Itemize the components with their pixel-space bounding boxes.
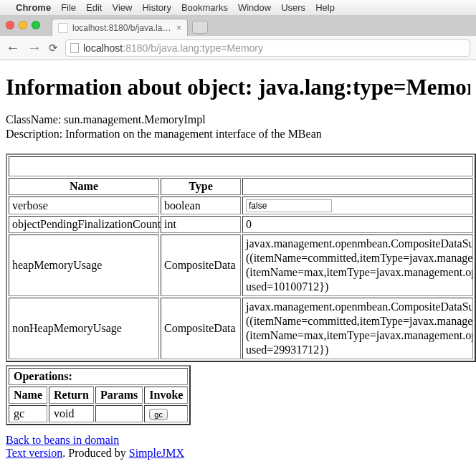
attr-value bbox=[242, 196, 473, 214]
text-version-link[interactable]: Text version bbox=[6, 447, 62, 459]
class-name-line: ClassName: sun.management.MemoryImpl bbox=[6, 113, 470, 126]
ops-header-row: Name Return Params Invoke bbox=[9, 387, 188, 404]
attr-name: nonHeapMemoryUsage bbox=[9, 298, 159, 359]
menubar-bookmarks[interactable]: Bookmarks bbox=[181, 2, 228, 13]
window-zoom-icon[interactable] bbox=[32, 21, 40, 29]
table-spacer-row bbox=[9, 156, 473, 176]
attr-type: CompositeData bbox=[161, 298, 241, 359]
url-path: :8180/b/java.lang:type=Memory bbox=[123, 42, 263, 54]
menubar-file[interactable]: File bbox=[61, 2, 76, 13]
ops-col-params: Params bbox=[95, 387, 143, 404]
menubar-users[interactable]: Users bbox=[281, 2, 305, 13]
url-host: localhost bbox=[83, 42, 123, 54]
operations-table: Operations: Name Return Params Invoke gc… bbox=[6, 365, 191, 425]
tab-title: localhost:8180/b/java.lan… bbox=[72, 23, 172, 33]
produced-by-text: . Produced by bbox=[62, 447, 128, 459]
op-params bbox=[95, 405, 143, 422]
attr-value: javax.management.openmbean.CompositeData… bbox=[242, 298, 473, 359]
menubar-history[interactable]: History bbox=[142, 2, 171, 13]
attr-value: javax.management.openmbean.CompositeData… bbox=[242, 234, 473, 296]
attr-type: boolean bbox=[161, 196, 241, 214]
browser-toolbar: ← → ⟳ localhost:8180/b/java.lang:type=Me… bbox=[0, 36, 476, 60]
verbose-input[interactable] bbox=[246, 199, 332, 212]
col-type: Type bbox=[161, 178, 241, 195]
table-row: nonHeapMemoryUsage CompositeData javax.m… bbox=[9, 298, 473, 359]
ops-col-return: Return bbox=[49, 387, 94, 404]
op-invoke: gc bbox=[144, 405, 188, 422]
page-heading: Information about object: java.lang:type… bbox=[6, 75, 470, 100]
attr-name: verbose bbox=[9, 196, 159, 214]
menubar-help[interactable]: Help bbox=[315, 2, 335, 13]
menubar-edit[interactable]: Edit bbox=[86, 2, 102, 13]
ops-row: gc void gc bbox=[9, 405, 188, 422]
browser-tab-strip: localhost:8180/b/java.lan… × bbox=[0, 16, 476, 36]
attr-value: 0 bbox=[242, 216, 473, 233]
reload-button[interactable]: ⟳ bbox=[49, 42, 58, 55]
attr-name: objectPendingFinalizationCount bbox=[9, 216, 159, 233]
col-value bbox=[242, 178, 473, 195]
ops-col-invoke: Invoke bbox=[144, 387, 188, 404]
new-tab-button[interactable] bbox=[192, 21, 208, 34]
back-to-beans-link[interactable]: Back to beans in domain bbox=[6, 434, 119, 446]
table-row: verbose boolean bbox=[9, 196, 473, 214]
table-header-row: Name Type bbox=[9, 178, 473, 195]
col-name: Name bbox=[9, 178, 159, 195]
attr-type: CompositeData bbox=[161, 234, 241, 296]
attr-name: heapMemoryUsage bbox=[9, 234, 159, 296]
invoke-gc-button[interactable]: gc bbox=[149, 409, 168, 420]
favicon-icon bbox=[58, 23, 68, 33]
tab-close-icon[interactable]: × bbox=[176, 23, 181, 33]
forward-button: → bbox=[27, 39, 42, 56]
page-content: Information about object: java.lang:type… bbox=[0, 60, 476, 464]
window-close-icon[interactable] bbox=[6, 21, 14, 29]
table-row: objectPendingFinalizationCount int 0 bbox=[9, 216, 473, 233]
menubar-app[interactable]: Chrome bbox=[16, 2, 51, 13]
op-return: void bbox=[49, 405, 94, 422]
attributes-table: Name Type verbose boolean objectPendingF… bbox=[6, 153, 476, 362]
page-icon bbox=[70, 43, 79, 53]
window-minimize-icon[interactable] bbox=[19, 21, 27, 29]
attr-type: int bbox=[161, 216, 241, 233]
menubar-window[interactable]: Window bbox=[238, 2, 271, 13]
table-row: heapMemoryUsage CompositeData javax.mana… bbox=[9, 234, 473, 296]
browser-tab[interactable]: localhost:8180/b/java.lan… × bbox=[52, 19, 188, 36]
description-line: Description: Information on the manageme… bbox=[6, 128, 470, 141]
mac-menubar: Chrome File Edit View History Bookmarks … bbox=[0, 0, 476, 16]
address-bar[interactable]: localhost:8180/b/java.lang:type=Memory bbox=[65, 39, 470, 57]
simplejmx-link[interactable]: SimpleJMX bbox=[129, 447, 184, 459]
menubar-view[interactable]: View bbox=[112, 2, 132, 13]
operations-caption: Operations: bbox=[9, 368, 188, 385]
op-name: gc bbox=[9, 405, 47, 422]
back-button[interactable]: ← bbox=[6, 39, 20, 56]
footer: Back to beans in domain Text version. Pr… bbox=[6, 434, 470, 460]
ops-col-name: Name bbox=[9, 387, 47, 404]
